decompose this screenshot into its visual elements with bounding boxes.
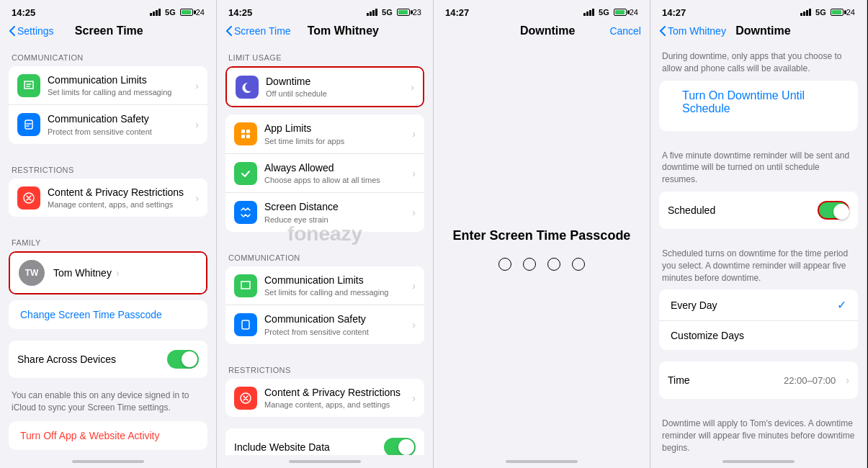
comm-safety-icon-2 [234, 313, 257, 336]
nav-back-2[interactable]: Screen Time [225, 25, 291, 37]
every-day-row[interactable]: Every Day ✓ [659, 289, 858, 321]
signal-type-3: 5G [599, 8, 609, 17]
chevron-icon: › [412, 128, 416, 140]
change-passcode-group-1[interactable]: Change Screen Time Passcode [9, 300, 207, 329]
scheduled-toggle[interactable] [818, 201, 849, 220]
chevron-icon: › [195, 192, 199, 204]
include-website-item[interactable]: Include Website Data [225, 428, 424, 455]
scheduled-label: Scheduled [668, 204, 715, 217]
restrictions-group-1: Content & Privacy Restrictions Manage co… [9, 179, 207, 217]
downtime-item[interactable]: Downtime Off until schedule › [227, 68, 423, 106]
family-group-1[interactable]: TW Tom Whitney › [9, 251, 207, 294]
cancel-button-3[interactable]: Cancel [609, 25, 641, 37]
nav-bar-4: Tom Whitney Downtime [650, 22, 867, 43]
panel-3-passcode: 14:27 5G 24 Downtime Cancel Enter Screen… [434, 0, 650, 468]
comm-limits-text-1: Communication Limits Set limits for call… [48, 73, 191, 97]
back-chevron-icon [9, 25, 16, 37]
screen-distance-item[interactable]: Screen Distance Reduce eye strain › [225, 193, 424, 231]
screen-distance-text: Screen Distance Reduce eye strain [264, 200, 408, 224]
turn-on-item[interactable]: Turn On Downtime Until Schedule [659, 81, 858, 131]
passcode-dot-1 [498, 258, 511, 271]
downtime-highlight-group[interactable]: Downtime Off until schedule › [225, 66, 424, 107]
chevron-icon: › [412, 168, 416, 179]
comm-safety-item-1[interactable]: Communication Safety Protect from sensit… [9, 105, 207, 143]
share-toggle[interactable] [167, 350, 199, 369]
panel4-title: Downtime [735, 24, 790, 37]
downtime-icon [236, 76, 259, 99]
content-privacy-text-1: Content & Privacy Restrictions Manage co… [48, 186, 191, 210]
signal-type-4: 5G [815, 8, 826, 17]
time-group: Time 22:00–07:00 › [659, 361, 858, 399]
panel2-title: Tom Whitney [308, 24, 379, 37]
chevron-icon: › [195, 80, 199, 91]
status-icons-2: 5G 23 [367, 8, 421, 17]
svg-rect-3 [246, 130, 250, 133]
home-indicator-1 [0, 455, 216, 468]
include-website-toggle[interactable] [384, 438, 416, 455]
comm-limits-icon-1 [17, 74, 40, 97]
battery-pct-1: 24 [196, 8, 205, 17]
battery-2 [397, 9, 410, 16]
always-allowed-item[interactable]: Always Allowed Choose apps to allow at a… [225, 154, 424, 193]
nav-back-4[interactable]: Tom Whitney [659, 25, 726, 37]
time-label: Time [668, 374, 690, 387]
screen-distance-icon [234, 201, 257, 224]
every-day-label: Every Day [671, 300, 717, 311]
passcode-area: Enter Screen Time Passcode [434, 43, 650, 455]
battery-pct-4: 24 [846, 8, 855, 17]
chevron-icon: › [412, 280, 416, 292]
change-passcode-item-1[interactable]: Change Screen Time Passcode [9, 300, 207, 329]
downtime-text: Downtime Off until schedule [266, 75, 406, 99]
time-chevron: › [846, 374, 849, 386]
time-item[interactable]: Time 22:00–07:00 › [659, 361, 858, 399]
panel-4-downtime: 14:27 5G 24 Tom Whitney Downtime During … [650, 0, 867, 468]
comm-limits-item-1[interactable]: Communication Limits Set limits for call… [9, 66, 207, 105]
tom-whitney-item[interactable]: TW Tom Whitney › [10, 253, 206, 293]
communication-header-2: COMMUNICATION [217, 243, 433, 266]
status-bar-2: 14:25 5G 23 [217, 0, 433, 22]
scheduled-item[interactable]: Scheduled [659, 192, 858, 229]
restrictions-header-2: RESTRICTIONS [217, 356, 433, 379]
svg-rect-2 [241, 130, 245, 133]
comm-safety-item-2[interactable]: Communication Safety Protect from sensit… [225, 305, 424, 343]
communication-group-1: Communication Limits Set limits for call… [9, 66, 207, 144]
svg-rect-6 [242, 320, 249, 329]
status-time-1: 14:25 [12, 7, 35, 18]
nav-bar-1: Settings Screen Time [0, 22, 216, 43]
chevron-icon: › [412, 207, 416, 218]
turn-on-link[interactable]: Turn On Downtime Until Schedule [671, 89, 846, 122]
customize-days-row[interactable]: Customize Days [659, 321, 858, 350]
signal-type-1: 5G [165, 8, 176, 17]
panel-2-tom-whitney: foneazy 14:25 5G 23 Screen Time Tom Whit… [217, 0, 434, 468]
app-limits-item[interactable]: App Limits Set time limits for apps › [225, 114, 424, 153]
svg-rect-5 [246, 135, 250, 138]
turn-off-item[interactable]: Turn Off App & Website Activity [9, 421, 207, 450]
content-privacy-item-2[interactable]: Content & Privacy Restrictions Manage co… [225, 379, 424, 417]
content-privacy-item-1[interactable]: Content & Privacy Restrictions Manage co… [9, 179, 207, 217]
limit-usage-header: LIMIT USAGE [217, 43, 433, 66]
nav-back-1[interactable]: Settings [9, 25, 54, 37]
app-limits-icon [234, 122, 257, 145]
status-time-3: 14:27 [445, 7, 469, 18]
status-time-2: 14:25 [228, 7, 252, 18]
turn-off-link[interactable]: Turn Off App & Website Activity [20, 430, 160, 441]
days-group: Every Day ✓ Customize Days [659, 289, 858, 350]
status-bar-3: 14:27 5G 24 [434, 0, 650, 22]
comm-limits-item-2[interactable]: Communication Limits Set limits for call… [225, 266, 424, 305]
passcode-prompt: Enter Screen Time Passcode [453, 228, 631, 243]
tom-whitney-name: Tom Whitney [53, 266, 112, 279]
chevron-icon: › [195, 119, 199, 130]
chevron-icon: › [116, 267, 120, 279]
signal-bars-2 [367, 9, 377, 16]
battery-3 [614, 9, 627, 16]
limit-usage-group: App Limits Set time limits for apps › Al… [225, 114, 424, 231]
always-allowed-text: Always Allowed Choose apps to allow at a… [264, 161, 408, 185]
restrictions-group-2: Content & Privacy Restrictions Manage co… [225, 379, 424, 417]
nav-bar-3: Downtime Cancel [434, 22, 650, 43]
status-icons-3: 5G 24 [583, 8, 638, 17]
turn-on-group[interactable]: Turn On Downtime Until Schedule [659, 81, 858, 131]
change-passcode-link-1[interactable]: Change Screen Time Passcode [20, 309, 162, 320]
share-devices-item[interactable]: Share Across Devices [9, 341, 207, 378]
panel4-content: During downtime, only apps that you choo… [650, 43, 867, 455]
passcode-dots [498, 258, 585, 271]
